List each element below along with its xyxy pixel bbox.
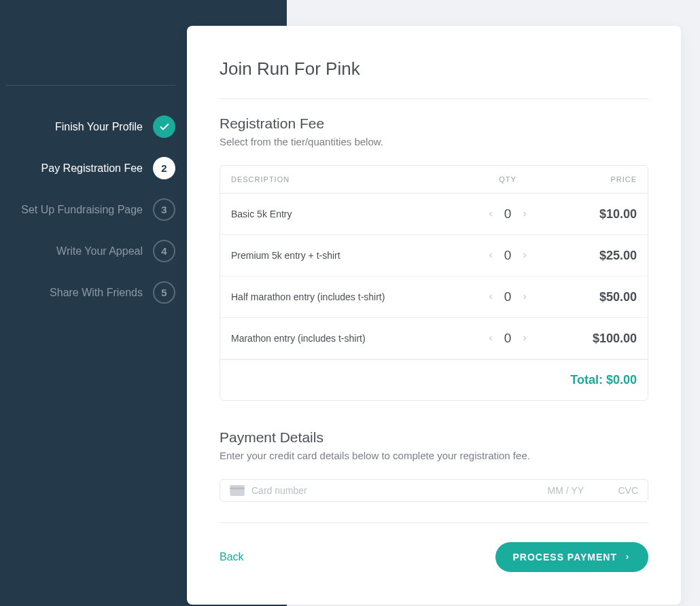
registration-card: Join Run For Pink Registration Fee Selec… — [187, 26, 681, 605]
quantity-stepper: 0 — [474, 331, 542, 346]
chevron-left-icon[interactable] — [485, 209, 496, 219]
item-description: Basic 5k Entry — [231, 209, 474, 219]
qty-value: 0 — [503, 289, 512, 304]
chevron-left-icon[interactable] — [485, 333, 496, 344]
item-price: $50.00 — [542, 290, 637, 304]
qty-value: 0 — [503, 248, 512, 263]
step-label: Pay Registration Fee — [41, 162, 143, 175]
svg-rect-0 — [230, 485, 244, 496]
payment-divider — [220, 522, 648, 523]
payment-subtext: Enter your credit card details below to … — [220, 450, 648, 461]
chevron-right-icon[interactable] — [519, 209, 530, 219]
step-badge-number: 3 — [153, 198, 175, 221]
qty-value: 0 — [503, 331, 512, 346]
steps-list: Finish Your Profile Pay Registration Fee… — [5, 85, 175, 313]
table-row: Premium 5k entry + t-shirt 0 $25.00 — [220, 235, 648, 277]
step-share-friends[interactable]: Share With Friends 5 — [5, 272, 175, 313]
quantity-stepper: 0 — [474, 289, 542, 304]
chevron-left-icon[interactable] — [485, 291, 496, 302]
step-badge-check — [153, 115, 175, 138]
step-badge-number: 5 — [153, 281, 175, 304]
quantity-stepper: 0 — [474, 207, 542, 221]
item-description: Premium 5k entry + t-shirt — [231, 250, 474, 261]
col-price: Price — [542, 175, 637, 183]
chevron-right-icon[interactable] — [519, 291, 530, 302]
item-price: $100.00 — [542, 332, 637, 346]
check-icon — [159, 122, 170, 132]
fee-table: Description Qty Price Basic 5k Entry 0 $… — [220, 165, 648, 401]
step-write-appeal[interactable]: Write Your Appeal 4 — [5, 230, 175, 272]
total-row: Total: $0.00 — [220, 359, 648, 400]
item-price: $25.00 — [542, 249, 637, 263]
process-label: PROCESS PAYMENT — [513, 552, 617, 563]
card-expiry-input[interactable] — [536, 485, 584, 496]
item-description: Half marathon entry (includes t-shirt) — [231, 291, 474, 302]
col-qty: Qty — [474, 175, 542, 183]
quantity-stepper: 0 — [474, 248, 542, 263]
chevron-left-icon[interactable] — [485, 250, 496, 261]
payment-title: Payment Details — [220, 429, 648, 446]
chevron-right-icon[interactable] — [519, 333, 530, 344]
card-cvc-input[interactable] — [591, 485, 638, 496]
step-pay-registration[interactable]: Pay Registration Fee 2 — [5, 147, 175, 189]
total-value: Total: $0.00 — [570, 373, 637, 387]
registration-title: Registration Fee — [220, 115, 648, 132]
qty-value: 0 — [503, 207, 512, 221]
title-divider — [220, 99, 648, 99]
svg-rect-1 — [230, 488, 244, 490]
process-payment-button[interactable]: PROCESS PAYMENT — [495, 542, 648, 572]
table-header: Description Qty Price — [220, 166, 648, 194]
item-description: Marathon entry (includes t-shirt) — [231, 333, 474, 344]
chevron-right-icon[interactable] — [519, 250, 530, 261]
item-price: $10.00 — [542, 207, 637, 221]
main-content: Join Run For Pink Registration Fee Selec… — [287, 0, 700, 606]
step-finish-profile[interactable]: Finish Your Profile — [5, 106, 175, 147]
step-label: Set Up Fundraising Page — [21, 204, 143, 216]
table-row: Marathon entry (includes t-shirt) 0 $100… — [220, 318, 648, 359]
card-number-input[interactable] — [251, 485, 529, 496]
credit-card-field[interactable] — [220, 479, 648, 502]
back-button[interactable]: Back — [220, 551, 244, 563]
page-title: Join Run For Pink — [220, 58, 648, 79]
step-setup-fundraising[interactable]: Set Up Fundraising Page 3 — [5, 189, 175, 230]
col-description: Description — [231, 175, 474, 183]
table-row: Half marathon entry (includes t-shirt) 0… — [220, 277, 648, 318]
step-label: Finish Your Profile — [55, 121, 143, 133]
chevron-right-icon — [624, 553, 631, 561]
step-badge-number: 2 — [153, 157, 175, 179]
step-label: Write Your Appeal — [56, 245, 143, 257]
step-badge-number: 4 — [153, 240, 175, 262]
registration-subtext: Select from the tier/quantities below. — [220, 136, 648, 147]
credit-card-icon — [230, 485, 245, 496]
step-label: Share With Friends — [50, 287, 143, 299]
table-row: Basic 5k Entry 0 $10.00 — [220, 194, 648, 235]
card-footer: Back PROCESS PAYMENT — [220, 542, 648, 572]
